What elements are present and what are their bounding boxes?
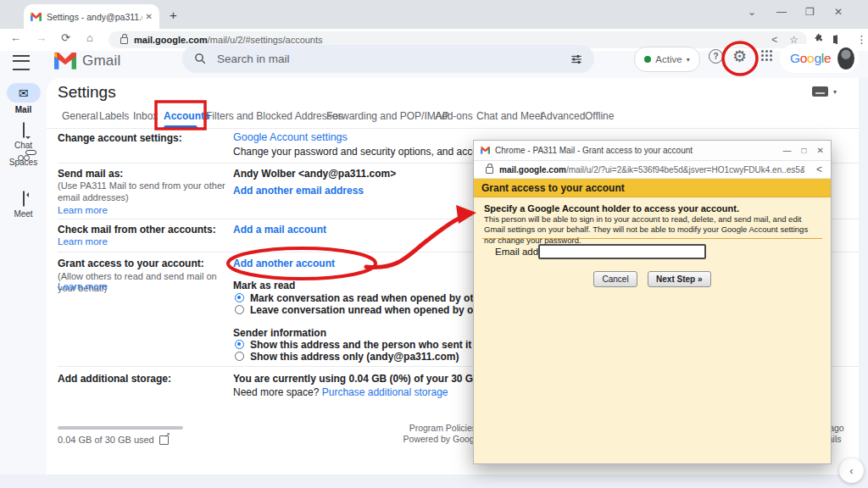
tab-close-icon[interactable]: ✕	[146, 12, 153, 21]
window-close-icon[interactable]: ✕	[834, 6, 843, 18]
reload-icon[interactable]: ⟳	[61, 31, 70, 44]
tab-labels[interactable]: Labels	[99, 110, 129, 122]
lock-icon	[120, 37, 128, 44]
gmail-favicon-icon	[481, 147, 490, 154]
sidebar-item-label: Mail	[0, 105, 47, 114]
screen: Settings - andy@pa311.com - PA ✕ + ⌄ — ❐…	[0, 0, 868, 488]
popup-minimize-icon[interactable]: —	[783, 146, 792, 155]
home-icon[interactable]: ⌂	[86, 31, 93, 44]
search-input[interactable]	[215, 52, 570, 66]
url-host: mail.google.com	[499, 165, 566, 175]
extensions-puzzle-icon[interactable]	[815, 33, 824, 45]
tab-inbox[interactable]: Inbox	[133, 110, 158, 122]
sender-information-title: Sender information	[233, 327, 326, 339]
window-restore-icon[interactable]: ❐	[805, 6, 815, 18]
purchase-storage-link[interactable]: Purchase additional storage	[322, 386, 448, 398]
input-tools-keyboard-icon[interactable]	[812, 86, 828, 97]
radio-show-address-person[interactable]	[235, 340, 244, 349]
help-icon[interactable]: ?	[709, 49, 723, 64]
add-mail-account-link[interactable]: Add a mail account	[233, 224, 326, 236]
learn-more-link[interactable]: Learn more	[58, 236, 108, 247]
sidebar-item-mail[interactable]: ✉ Mail	[0, 83, 47, 114]
storage-used-text: 0.04 GB of 30 GB used	[58, 435, 169, 445]
tab-general[interactable]: General	[62, 110, 98, 122]
radio-mark-read[interactable]	[235, 293, 244, 302]
search-tune-icon[interactable]	[570, 53, 582, 65]
popup-description: This person will be able to sign in to y…	[484, 214, 821, 246]
settings-tabs: General Labels Inbox Accounts Filters an…	[47, 106, 859, 129]
learn-more-link[interactable]: Learn more	[58, 281, 108, 291]
radio-show-address-only-label[interactable]: Show this address only (andy@pa311.com)	[250, 351, 459, 363]
storage-used-label: 0.04 GB of 30 GB used	[58, 435, 154, 445]
storage-progress-bar	[58, 426, 183, 430]
search-icon[interactable]	[194, 53, 207, 65]
program-policies-link[interactable]: Program Policies	[349, 423, 476, 433]
send-mail-as-value: Andy Wolber <andy@pa311.com>	[233, 168, 396, 180]
email-address-input[interactable]	[538, 244, 706, 259]
need-more-space-text: Need more space?	[233, 386, 322, 398]
right-background-strip	[859, 78, 868, 474]
row-label-change-account: Change account settings:	[58, 132, 236, 144]
url-host: mail.google.com	[134, 35, 208, 45]
share-icon[interactable]: <	[771, 34, 777, 46]
tab-offline[interactable]: Offline	[585, 110, 614, 122]
sidebar-item-spaces[interactable]: Spaces	[0, 155, 47, 167]
radio-leave-unread[interactable]	[235, 305, 244, 314]
forward-icon[interactable]: →	[36, 31, 47, 44]
url-path: /mail/u/2/?ui=2&ik=536f94be5d&jsver=HO1c…	[566, 165, 804, 175]
window-minimize-icon[interactable]: —	[776, 6, 787, 18]
google-account-settings-link[interactable]: Google Account settings	[233, 131, 348, 143]
radio-leave-unread-label[interactable]: Leave conversation unread when opened by…	[250, 304, 498, 316]
input-tools-caret-icon[interactable]: ▾	[833, 88, 837, 96]
active-tab-underline	[164, 125, 198, 128]
browser-tabstrip: Settings - andy@pa311.com - PA ✕ + ⌄ — ❐…	[0, 0, 868, 29]
storage-prompt: Need more space? Purchase additional sto…	[233, 386, 448, 398]
learn-more-link[interactable]: Learn more	[58, 205, 108, 215]
tab-accounts[interactable]: Accounts	[164, 110, 210, 122]
popup-urlbar[interactable]: mail.google.com/mail/u/2/?ui=2&ik=536f94…	[474, 161, 831, 179]
back-icon[interactable]: ←	[10, 31, 21, 44]
sidebar-item-chat[interactable]: Chat	[0, 123, 47, 150]
browser-menu-kebab-icon[interactable]: ⋮	[856, 33, 867, 46]
row-label-check-mail: Check mail from other accounts:	[58, 224, 236, 236]
next-step-button[interactable]: Next Step »	[648, 271, 710, 287]
tab-addons[interactable]: Add-ons	[435, 110, 473, 122]
active-status-dot	[644, 56, 651, 63]
status-active-dropdown[interactable]: Active ▾	[634, 47, 700, 72]
cancel-button[interactable]: Cancel	[593, 271, 637, 287]
window-chevron-icon[interactable]: ⌄	[748, 6, 756, 18]
main-menu-hamburger-icon[interactable]	[13, 55, 30, 70]
popup-buttons: Cancel Next Step »	[474, 270, 831, 287]
new-tab-button[interactable]: +	[170, 8, 177, 22]
side-panel-collapse-button[interactable]: ‹	[839, 458, 864, 483]
search-bar[interactable]	[182, 45, 594, 73]
add-another-account-link[interactable]: Add another account	[233, 258, 335, 269]
share-icon[interactable]: <	[816, 164, 822, 175]
external-link-icon[interactable]	[159, 435, 169, 445]
tab-advanced[interactable]: Advanced	[540, 110, 585, 122]
sidebar-item-label: Chat	[0, 141, 47, 150]
radio-show-address-only[interactable]	[235, 352, 244, 361]
gmail-favicon-icon	[31, 13, 42, 21]
popup-url: mail.google.com/mail/u/2/?ui=2&ik=536f94…	[499, 165, 804, 175]
chevron-down-icon: ▾	[687, 56, 690, 64]
tab-filters[interactable]: Filters and Blocked Addresses	[206, 110, 342, 122]
popup-body: Specify a Google Account holder to acces…	[474, 197, 831, 463]
browser-tab[interactable]: Settings - andy@pa311.com - PA ✕	[24, 4, 159, 29]
tab-forwarding[interactable]: Forwarding and POP/IMAP	[326, 110, 449, 122]
popup-window-title: Chrome - PA311 Mail - Grant access to yo…	[495, 146, 773, 155]
radio-mark-read-label[interactable]: Mark conversation as read when opened by…	[250, 292, 495, 304]
google-apps-grid-icon[interactable]	[761, 50, 773, 62]
popup-titlebar[interactable]: Chrome - PA311 Mail - Grant access to yo…	[474, 141, 831, 161]
mark-as-read-title: Mark as read	[233, 280, 295, 291]
sidebar-item-label: Meet	[0, 209, 47, 219]
tab-chat-meet[interactable]: Chat and Meet	[476, 110, 543, 122]
popup-close-icon[interactable]: ✕	[817, 146, 824, 155]
popup-maximize-icon[interactable]: □	[802, 146, 807, 155]
settings-gear-icon[interactable]: ⚙	[732, 47, 747, 66]
powered-by-google-text: Powered by Googl	[349, 434, 476, 444]
add-another-email-link[interactable]: Add another email address	[233, 185, 364, 197]
page-title: Settings	[58, 83, 116, 102]
user-avatar[interactable]	[837, 47, 854, 69]
sidebar-item-meet[interactable]: Meet	[0, 191, 47, 219]
